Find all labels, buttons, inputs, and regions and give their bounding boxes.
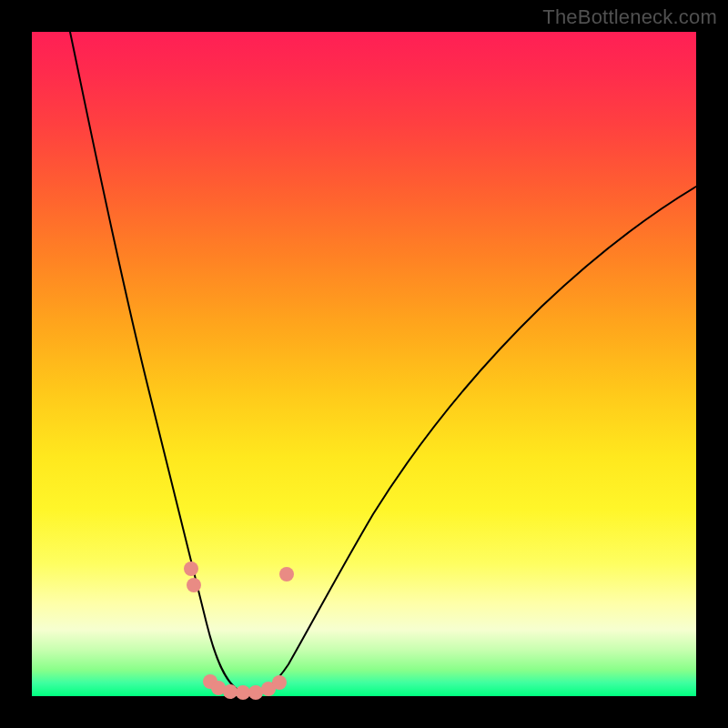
marker-dot xyxy=(236,685,250,700)
curves-layer xyxy=(32,32,696,696)
marker-dot xyxy=(223,684,238,699)
left-curve xyxy=(70,32,254,693)
marker-dot xyxy=(279,567,294,581)
chart-frame: TheBottleneck.com xyxy=(0,0,728,728)
watermark-text: TheBottleneck.com xyxy=(542,5,717,29)
marker-dot xyxy=(184,561,198,576)
right-curve xyxy=(254,187,696,693)
marker-dot xyxy=(272,675,287,690)
marker-dot xyxy=(187,578,201,592)
plot-area xyxy=(32,32,696,696)
marker-dot xyxy=(248,685,263,700)
marker-group xyxy=(184,561,294,700)
